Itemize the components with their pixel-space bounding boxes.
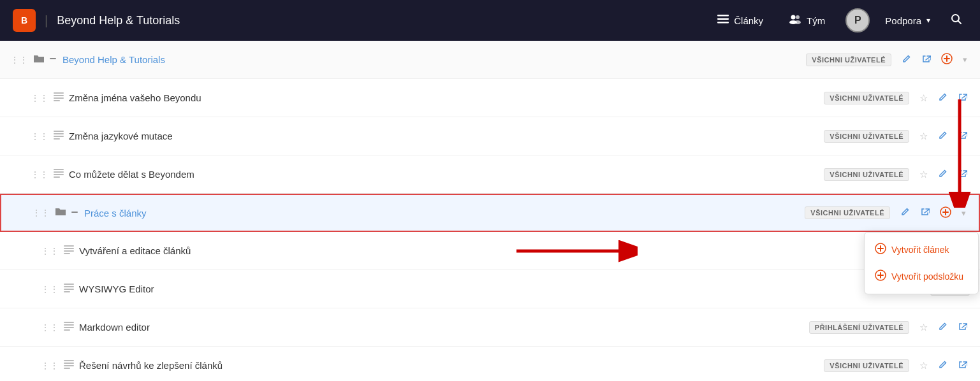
- svg-rect-49: [64, 322, 74, 323]
- edit-icon[interactable]: [935, 168, 950, 182]
- drag-handle-icon[interactable]: ⋮⋮: [32, 208, 50, 218]
- svg-rect-56: [64, 368, 70, 369]
- row-actions: ☆: [917, 129, 970, 143]
- svg-rect-16: [54, 95, 64, 96]
- support-button[interactable]: Podpora ▾: [885, 15, 930, 26]
- row-title-beyond-help[interactable]: Beyond Help & Tutorials: [62, 54, 434, 65]
- svg-rect-40: [64, 248, 74, 249]
- dropdown-item-create-article[interactable]: Vytvořit článek: [865, 236, 978, 263]
- badge-zmena-jazyka: VŠICHNI UŽIVATELÉ: [824, 130, 909, 143]
- article-icon: [54, 131, 64, 141]
- svg-rect-47: [64, 289, 74, 290]
- svg-rect-4: [717, 22, 729, 24]
- table-row: ⋮⋮ Co můžete dělat s Beyondem VŠICHNI UŽ…: [0, 155, 980, 194]
- badge-reseni: VŠICHNI UŽIVATELÉ: [824, 359, 909, 372]
- svg-rect-54: [64, 363, 74, 364]
- row-actions: ☆: [917, 359, 970, 373]
- drag-handle-icon[interactable]: ⋮⋮: [41, 246, 59, 256]
- header: B | Beyond Help & Tutorials Články: [0, 0, 980, 41]
- star-icon[interactable]: ☆: [917, 320, 930, 334]
- svg-rect-41: [64, 250, 74, 252]
- nav-articles-label: Články: [734, 15, 763, 26]
- edit-icon[interactable]: [899, 53, 914, 67]
- add-icon[interactable]: [939, 52, 955, 68]
- edit-icon[interactable]: [935, 91, 950, 105]
- svg-line-10: [958, 20, 962, 24]
- article-icon: [64, 360, 74, 371]
- star-icon[interactable]: ☆: [917, 91, 930, 105]
- svg-rect-17: [54, 97, 64, 99]
- svg-rect-26: [54, 176, 60, 178]
- avatar[interactable]: P: [845, 8, 870, 32]
- article-icon: [54, 169, 64, 180]
- table-row: ⋮⋮ Beyond Help & Tutorials VŠICHNI UŽIVA…: [0, 41, 980, 79]
- table-row-prace-s-clanky: ⋮⋮ Práce s články VŠICHNI UŽIVATELÉ ▾: [0, 194, 980, 232]
- external-link-icon[interactable]: [918, 206, 932, 220]
- svg-rect-18: [54, 100, 60, 101]
- chevron-down-icon[interactable]: ▾: [959, 207, 969, 219]
- svg-rect-11: [50, 58, 56, 59]
- nav-team[interactable]: Tým: [784, 10, 830, 31]
- external-link-icon[interactable]: [955, 129, 970, 143]
- svg-rect-24: [54, 171, 64, 173]
- svg-rect-39: [64, 245, 74, 247]
- chevron-down-icon[interactable]: ▾: [960, 54, 970, 66]
- drag-handle-icon[interactable]: ⋮⋮: [10, 55, 28, 65]
- drag-handle-icon[interactable]: ⋮⋮: [41, 361, 59, 371]
- dropdown-item-create-subfolder[interactable]: Vytvořit podsložku: [865, 263, 978, 290]
- avatar-label: P: [854, 15, 861, 26]
- edit-icon[interactable]: [935, 129, 950, 143]
- row-actions: ▾: [898, 205, 969, 221]
- star-icon[interactable]: ☆: [917, 359, 930, 373]
- row-title-co-muzete: Co můžete dělat s Beyondem: [69, 169, 446, 180]
- row-actions: ☆: [917, 168, 970, 182]
- svg-rect-50: [64, 324, 74, 326]
- folder-icon: [55, 206, 66, 219]
- external-link-icon[interactable]: [955, 168, 970, 182]
- svg-point-5: [791, 15, 796, 20]
- external-link-icon[interactable]: [955, 359, 970, 373]
- svg-rect-48: [64, 291, 70, 292]
- svg-rect-27: [71, 212, 78, 213]
- svg-rect-55: [64, 365, 74, 366]
- external-link-icon[interactable]: [919, 53, 933, 67]
- table-row: ⋮⋮ Markdown editor PŘIHLÁŠENÍ UŽIVATELÉ …: [0, 308, 980, 347]
- table-row: ⋮⋮ Vytváření a editace článků VŠIC: [0, 232, 980, 270]
- star-icon[interactable]: ☆: [917, 168, 930, 182]
- drag-handle-icon[interactable]: ⋮⋮: [31, 169, 48, 180]
- star-icon[interactable]: ☆: [917, 129, 930, 143]
- dropdown-label-create-subfolder: Vytvořit podsložku: [891, 271, 963, 282]
- plus-circle-icon: [875, 243, 886, 257]
- collapse-icon[interactable]: [48, 54, 57, 65]
- row-title-zmena-jazyka: Změna jazykové mutace: [69, 131, 446, 141]
- dropdown-label-create-article: Vytvořit článek: [891, 245, 949, 255]
- edit-icon[interactable]: [935, 320, 950, 334]
- svg-rect-46: [64, 286, 74, 287]
- badge-zmena-jmena: VŠICHNI UŽIVATELÉ: [824, 92, 909, 104]
- search-button[interactable]: [946, 11, 967, 31]
- article-icon: [64, 284, 74, 294]
- table-row: ⋮⋮ Řešení návrhů ke zlepšení článků VŠIC…: [0, 347, 980, 381]
- row-title-prace-s-clanky[interactable]: Práce s články: [84, 208, 444, 219]
- team-icon: [789, 14, 801, 27]
- external-link-icon[interactable]: [955, 320, 970, 334]
- drag-handle-icon[interactable]: ⋮⋮: [31, 131, 48, 141]
- drag-handle-icon[interactable]: ⋮⋮: [41, 284, 59, 294]
- edit-icon[interactable]: [898, 206, 912, 220]
- edit-icon[interactable]: [935, 359, 950, 373]
- drag-handle-icon[interactable]: ⋮⋮: [31, 93, 48, 103]
- header-divider: |: [45, 13, 48, 28]
- folder-icon: [33, 54, 45, 66]
- svg-rect-2: [717, 15, 729, 17]
- svg-rect-19: [54, 131, 64, 132]
- collapse-icon[interactable]: [70, 208, 79, 219]
- row-actions: ☆: [917, 91, 970, 105]
- external-link-icon[interactable]: [955, 91, 970, 105]
- drag-handle-icon[interactable]: ⋮⋮: [41, 322, 59, 333]
- row-title-reseni: Řešení návrhů ke zlepšení článků: [79, 360, 451, 371]
- badge-markdown: PŘIHLÁŠENÍ UŽIVATELÉ: [809, 321, 909, 334]
- row-title-wysiwyg: WYSIWYG Editor: [79, 284, 505, 294]
- svg-text:B: B: [21, 15, 27, 25]
- add-icon[interactable]: [937, 205, 954, 221]
- nav-articles[interactable]: Články: [712, 11, 768, 30]
